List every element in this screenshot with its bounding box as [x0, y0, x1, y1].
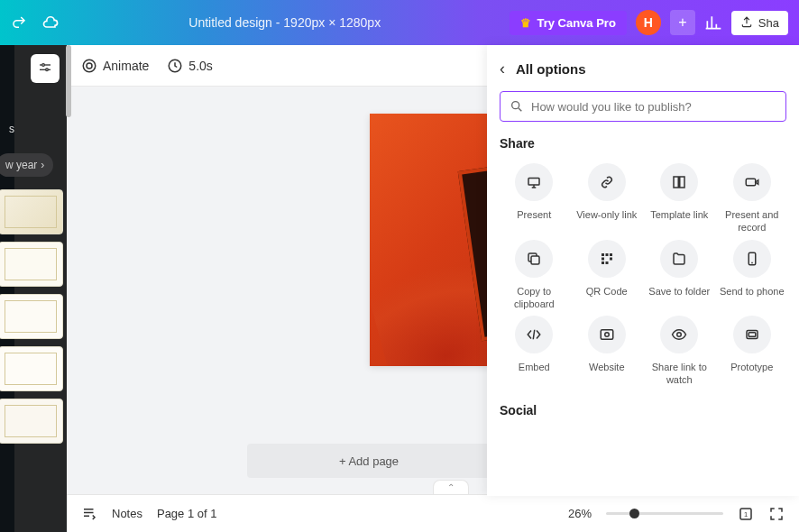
code-icon	[515, 316, 553, 353]
svg-point-2	[42, 64, 45, 67]
category-pill[interactable]: w year ›	[0, 153, 53, 177]
svg-rect-15	[531, 256, 539, 264]
prototype-icon	[733, 316, 771, 353]
add-member-button[interactable]: +	[670, 10, 695, 35]
svg-rect-12	[674, 177, 678, 188]
share-section-label: Share	[500, 136, 786, 151]
share-option-qr-code[interactable]: QR Code	[573, 240, 642, 311]
svg-point-3	[46, 69, 49, 71]
fullscreen-icon[interactable]	[768, 506, 785, 522]
video-icon	[733, 163, 771, 201]
back-button[interactable]: ‹	[500, 60, 505, 78]
share-option-save-to-folder[interactable]: Save to folder	[645, 240, 714, 311]
share-option-template-link[interactable]: Template link	[645, 163, 714, 234]
svg-point-27	[677, 333, 682, 337]
duration-button[interactable]: 5.0s	[167, 58, 212, 74]
share-panel: ‹ All options Share PresentView-only lin…	[487, 45, 799, 496]
svg-rect-17	[605, 253, 608, 256]
svg-rect-29	[748, 333, 756, 337]
share-button[interactable]: Sha	[731, 11, 788, 35]
filter-button[interactable]	[31, 54, 60, 83]
share-option-send-to-phone[interactable]: Send to phone	[718, 240, 787, 311]
clipboard-icon	[515, 240, 553, 278]
qrcode-icon	[588, 240, 626, 278]
svg-line-10	[519, 108, 521, 111]
share-option-prototype[interactable]: Prototype	[718, 316, 787, 387]
link-icon	[588, 163, 626, 201]
page-indicator[interactable]: Page 1 of 1	[157, 507, 217, 520]
bottom-bar: Notes Page 1 of 1 26% 1	[67, 494, 799, 532]
chart-icon[interactable]	[704, 14, 722, 32]
svg-rect-22	[605, 261, 608, 264]
share-options-grid: PresentView-only linkTemplate linkPresen…	[500, 163, 786, 387]
grid-view-icon[interactable]: 1	[738, 506, 754, 522]
svg-point-26	[605, 333, 610, 337]
notes-icon[interactable]	[81, 506, 97, 522]
avatar[interactable]: H	[636, 10, 661, 35]
template-thumb[interactable]	[0, 399, 63, 444]
share-option-present[interactable]: Present	[500, 163, 569, 234]
svg-point-4	[83, 60, 96, 72]
svg-rect-11	[528, 179, 539, 186]
chevron-right-icon: ›	[41, 159, 44, 171]
add-page-button[interactable]: + Add page	[247, 444, 491, 478]
svg-rect-21	[602, 261, 604, 264]
animate-button[interactable]: Animate	[81, 58, 149, 74]
eye-icon	[660, 316, 698, 353]
share-option-copy-to-clipboard[interactable]: Copy to clipboard	[500, 240, 569, 311]
side-panel: s w year › ‹	[14, 45, 67, 532]
svg-rect-25	[601, 330, 613, 340]
template-thumb[interactable]	[0, 242, 63, 287]
svg-rect-18	[610, 253, 612, 256]
share-option-view-only-link[interactable]: View-only link	[573, 163, 642, 234]
upload-icon	[740, 16, 753, 29]
cloud-icon[interactable]	[41, 14, 60, 32]
template-thumb[interactable]	[0, 346, 63, 391]
redo-icon[interactable]	[11, 14, 27, 31]
search-icon	[510, 99, 524, 114]
scrollbar-thumb[interactable]	[66, 45, 71, 117]
publish-search-input[interactable]	[531, 100, 776, 114]
present-icon	[515, 163, 553, 201]
svg-point-5	[87, 63, 92, 69]
try-pro-button[interactable]: ♛ Try Canva Pro	[510, 11, 626, 35]
social-section-label: Social	[500, 403, 786, 417]
crown-icon: ♛	[520, 16, 531, 30]
website-icon	[588, 316, 626, 353]
zoom-slider[interactable]	[606, 512, 723, 515]
svg-text:1: 1	[744, 510, 748, 518]
svg-point-9	[512, 102, 519, 109]
phone-icon	[733, 240, 771, 278]
notes-button[interactable]: Notes	[112, 507, 142, 520]
svg-rect-13	[680, 177, 684, 188]
expand-pages-button[interactable]: ⌃	[433, 480, 469, 494]
share-option-embed[interactable]: Embed	[500, 316, 569, 387]
design-title[interactable]: Untitled design - 1920px × 1280px	[69, 15, 501, 30]
folder-icon	[660, 240, 698, 278]
top-bar: Untitled design - 1920px × 1280px ♛ Try …	[0, 0, 799, 45]
publish-search[interactable]	[500, 91, 786, 122]
template-thumb[interactable]	[0, 189, 63, 234]
zoom-value[interactable]: 26%	[568, 507, 592, 520]
svg-rect-19	[602, 257, 604, 260]
template-thumb[interactable]	[0, 294, 63, 339]
template-icon	[660, 163, 698, 201]
svg-rect-20	[610, 257, 612, 260]
panel-title: All options	[516, 61, 586, 77]
svg-rect-14	[746, 179, 756, 186]
share-option-present-and-record[interactable]: Present and record	[718, 163, 787, 234]
template-thumbs	[0, 189, 63, 444]
svg-rect-16	[602, 253, 604, 256]
sidebar-tab-suffix: s	[9, 123, 14, 135]
share-option-website[interactable]: Website	[573, 316, 642, 387]
share-option-share-link-to-watch[interactable]: Share link to watch	[645, 316, 714, 387]
